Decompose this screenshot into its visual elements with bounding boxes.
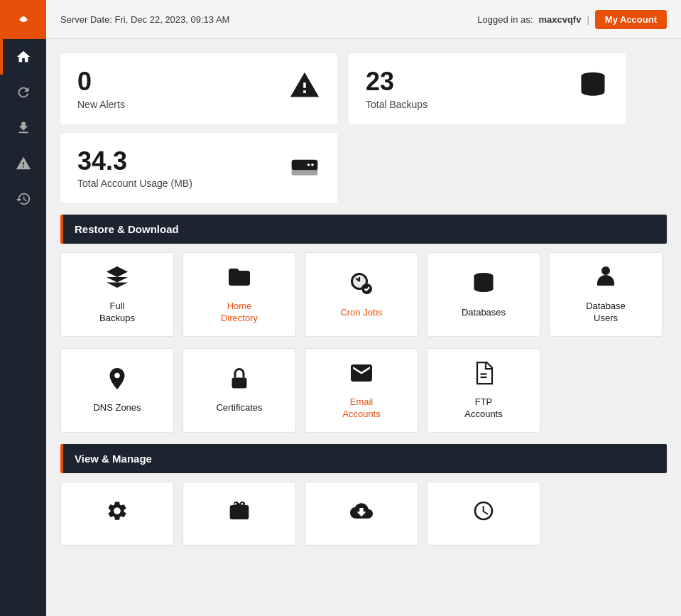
restore-section-header: Restore & Download [60, 215, 667, 244]
grid-item-email-accounts[interactable]: EmailAccounts [305, 348, 418, 433]
sidebar-item-history[interactable] [0, 181, 46, 217]
alerts-label: New Alerts [77, 99, 125, 110]
certificates-label: Certificates [216, 402, 262, 414]
backups-icon [577, 70, 609, 107]
svg-rect-6 [292, 168, 318, 175]
email-accounts-label: EmailAccounts [342, 396, 380, 421]
manage-item-2[interactable] [182, 482, 296, 546]
restore-items-grid-row1: FullBackups HomeDirectory [60, 252, 667, 337]
manage-section-header: View & Manage [60, 444, 667, 473]
sidebar [0, 0, 46, 616]
header: Server Date: Fri, Dec 22, 2023, 09:13 AM… [46, 0, 681, 39]
ftp-accounts-label: FTPAccounts [464, 396, 502, 421]
manage-item-1[interactable] [60, 482, 174, 546]
databases-label: Databases [462, 307, 506, 319]
alerts-number: 0 [77, 67, 125, 96]
boxes-icon [104, 264, 130, 293]
lock-icon [227, 366, 252, 395]
separator: | [587, 14, 589, 25]
sidebar-item-download[interactable] [0, 110, 46, 146]
stats-row-2: 34.3 Total Account Usage (MB) [60, 133, 667, 204]
manage-items-grid [60, 482, 667, 546]
grid-item-home-directory[interactable]: HomeDirectory [182, 252, 296, 337]
package-icon [228, 499, 251, 527]
sidebar-item-alerts[interactable] [0, 146, 46, 181]
alerts-icon [289, 70, 320, 107]
my-account-button[interactable]: My Account [595, 10, 667, 29]
grid-item-ftp-accounts[interactable]: FTPAccounts [427, 348, 540, 433]
cron-jobs-label: Cron Jobs [340, 307, 382, 319]
svg-point-5 [307, 163, 310, 166]
manage-item-4[interactable] [427, 482, 540, 546]
restore-items-grid-row2: DNS Zones Certificates [60, 348, 667, 433]
svg-point-1 [21, 18, 26, 22]
dbuser-icon [593, 264, 619, 293]
username-display: maxcvqfv [538, 14, 581, 25]
db-icon [471, 271, 496, 300]
stat-card-alerts: 0 New Alerts [60, 53, 337, 124]
stats-row: 0 New Alerts 23 Total Backups [60, 53, 667, 124]
server-date: Server Date: Fri, Dec 22, 2023, 09:13 AM [60, 14, 229, 25]
manage-item-3[interactable] [305, 482, 418, 546]
sidebar-item-home[interactable] [0, 39, 46, 75]
storage-icon [289, 149, 320, 187]
logged-in-label: Logged in as: [477, 14, 533, 25]
svg-rect-12 [232, 378, 247, 389]
grid-item-certificates[interactable]: Certificates [182, 348, 296, 433]
stat-card-usage: 34.3 Total Account Usage (MB) [60, 133, 337, 204]
cronjob-icon [349, 271, 374, 300]
stat-card-backups: 23 Total Backups [349, 53, 626, 124]
database-users-label: DatabaseUsers [586, 301, 626, 325]
location-icon [104, 366, 130, 395]
backups-label: Total Backups [366, 99, 427, 110]
sidebar-logo [0, 0, 46, 39]
gear-icon [106, 499, 129, 527]
brand-icon [11, 7, 36, 33]
dns-zones-label: DNS Zones [93, 402, 141, 414]
svg-rect-11 [604, 279, 608, 281]
grid-item-full-backups[interactable]: FullBackups [60, 252, 174, 337]
backups-number: 23 [366, 67, 427, 96]
home-directory-label: HomeDirectory [221, 301, 258, 325]
grid-item-database-users[interactable]: DatabaseUsers [549, 252, 663, 337]
full-backups-label: FullBackups [99, 301, 135, 325]
grid-item-dns-zones[interactable]: DNS Zones [60, 348, 174, 433]
usage-number: 34.3 [77, 147, 192, 175]
ftp-icon [471, 360, 496, 389]
main-area: Server Date: Fri, Dec 22, 2023, 09:13 AM… [46, 0, 681, 616]
clock-manage-icon [472, 499, 495, 527]
svg-point-4 [311, 163, 314, 166]
content-area: 0 New Alerts 23 Total Backups [46, 39, 681, 616]
folder-icon [227, 264, 252, 293]
email-icon [349, 360, 374, 389]
grid-item-cron-jobs[interactable]: Cron Jobs [305, 252, 418, 337]
usage-label: Total Account Usage (MB) [77, 178, 192, 189]
sidebar-item-refresh[interactable] [0, 75, 46, 110]
cloud-download-icon [350, 499, 373, 527]
header-right: Logged in as: maxcvqfv | My Account [477, 10, 667, 29]
grid-item-databases[interactable]: Databases [427, 252, 540, 337]
